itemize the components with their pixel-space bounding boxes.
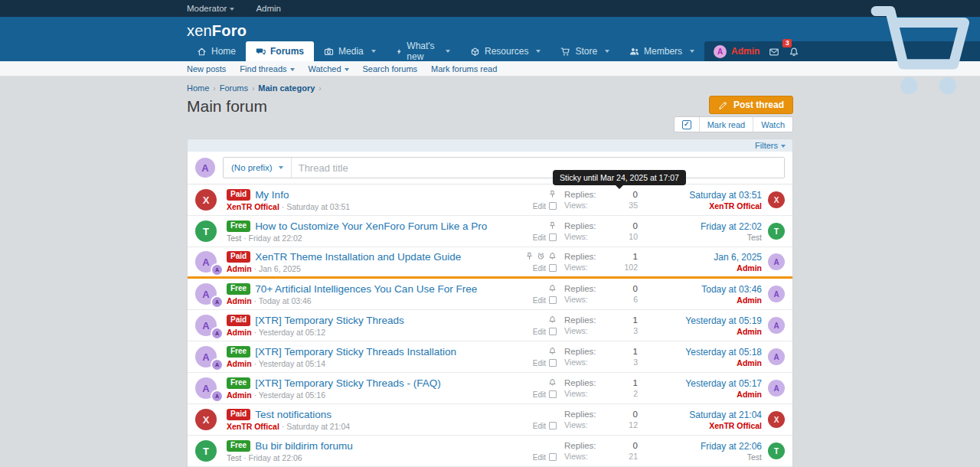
- select-all-checkbox-button[interactable]: ✓: [675, 117, 700, 132]
- last-post-avatar[interactable]: A: [768, 253, 785, 270]
- prefix-badge[interactable]: Paid: [227, 189, 250, 201]
- subnav-item-new-posts[interactable]: New posts: [187, 64, 226, 73]
- breadcrumb-item-forums[interactable]: Forums: [220, 83, 248, 93]
- thread-starter-avatar[interactable]: A A: [195, 283, 220, 305]
- thread-author-link[interactable]: Test: [227, 234, 241, 243]
- last-post-author[interactable]: XenTR Offical: [645, 421, 762, 430]
- edit-checkbox[interactable]: [549, 296, 557, 304]
- subnav-item-watched[interactable]: Watched: [309, 64, 349, 73]
- last-post-avatar[interactable]: A: [768, 348, 785, 365]
- prefix-badge[interactable]: Paid: [227, 409, 250, 420]
- thread-title-link[interactable]: [XTR] Temporary Sticky Threads: [255, 315, 404, 326]
- edit-label[interactable]: Edit: [533, 264, 546, 273]
- thread-date-link[interactable]: Yesterday at 05:16: [259, 390, 325, 400]
- thread-starter-avatar[interactable]: X: [195, 189, 220, 211]
- thread-date-link[interactable]: Saturday at 03:51: [286, 202, 350, 211]
- last-post-avatar[interactable]: T: [768, 443, 785, 459]
- subnav-item-search-forums[interactable]: Search forums: [363, 64, 418, 73]
- thread-title-link[interactable]: My Info: [255, 189, 289, 201]
- thread-date-link[interactable]: Friday at 22:06: [249, 453, 302, 462]
- edit-label[interactable]: Edit: [533, 390, 546, 399]
- cart-button[interactable]: Cart: [808, 0, 980, 109]
- adminbar-item-admin[interactable]: Admin: [256, 4, 281, 13]
- last-post-avatar[interactable]: T: [768, 223, 785, 240]
- prefix-badge[interactable]: Free: [227, 283, 250, 295]
- tab-home[interactable]: Home: [187, 41, 246, 61]
- thread-title-input[interactable]: [292, 158, 784, 178]
- edit-checkbox[interactable]: [549, 202, 557, 210]
- prefix-badge[interactable]: Free: [227, 440, 250, 452]
- thread-date-link[interactable]: Jan 6, 2025: [259, 264, 301, 273]
- thread-author-link[interactable]: XenTR Offical: [227, 202, 279, 211]
- last-post-date-link[interactable]: Today at 03:46: [645, 284, 762, 295]
- last-post-author[interactable]: Admin: [645, 358, 762, 367]
- thread-title-link[interactable]: Bu bir bildirim forumu: [255, 440, 353, 452]
- edit-label[interactable]: Edit: [533, 359, 546, 367]
- tab-forums[interactable]: Forums: [246, 41, 314, 61]
- prefix-badge[interactable]: Free: [227, 220, 250, 232]
- prefix-badge[interactable]: Free: [227, 377, 250, 389]
- thread-starter-avatar[interactable]: A A: [195, 315, 220, 336]
- post-thread-button[interactable]: Post thread: [709, 96, 793, 114]
- thread-starter-avatar[interactable]: A A: [195, 346, 220, 367]
- thread-author-link[interactable]: Admin: [227, 390, 252, 400]
- last-post-date-link[interactable]: Yesterday at 05:19: [645, 315, 762, 326]
- thread-starter-avatar[interactable]: T: [195, 440, 220, 462]
- thread-author-link[interactable]: Admin: [227, 359, 252, 368]
- thread-date-link[interactable]: Today at 03:46: [259, 296, 312, 305]
- tab-what-s-new[interactable]: What's new: [386, 41, 460, 61]
- thread-title-link[interactable]: 70+ Artificial Intelligences You Can Use…: [255, 283, 477, 295]
- conversations-button[interactable]: [769, 44, 779, 58]
- edit-checkbox[interactable]: [549, 422, 557, 429]
- last-post-avatar[interactable]: X: [768, 191, 785, 208]
- thread-author-link[interactable]: Test: [227, 453, 241, 462]
- last-post-avatar[interactable]: A: [768, 380, 785, 397]
- thread-title-link[interactable]: [XTR] Temporary Sticky Threads - (FAQ): [255, 377, 441, 389]
- thread-title-link[interactable]: Test notifications: [255, 409, 332, 420]
- thread-author-link[interactable]: Admin: [227, 264, 252, 273]
- thread-author-link[interactable]: XenTR Offical: [227, 422, 279, 431]
- subnav-item-find-threads[interactable]: Find threads: [240, 64, 294, 73]
- last-post-date-link[interactable]: Yesterday at 05:18: [645, 347, 762, 358]
- last-post-date-link[interactable]: Friday at 22:06: [645, 441, 762, 452]
- last-post-date-link[interactable]: Friday at 22:02: [645, 221, 762, 232]
- last-post-author[interactable]: Admin: [645, 263, 762, 273]
- tab-resources[interactable]: Resources: [460, 41, 550, 61]
- watch-button[interactable]: Watch: [753, 117, 792, 132]
- last-post-author[interactable]: Test: [645, 233, 762, 242]
- last-post-author[interactable]: XenTR Offical: [645, 201, 762, 211]
- last-post-avatar[interactable]: A: [768, 317, 785, 334]
- last-post-date-link[interactable]: Saturday at 21:04: [645, 410, 762, 420]
- thread-title-link[interactable]: How to Customize Your XenForo Forum Like…: [255, 220, 487, 232]
- edit-label[interactable]: Edit: [533, 202, 546, 211]
- account-menu[interactable]: AAdmin: [714, 45, 760, 58]
- last-post-avatar[interactable]: X: [768, 411, 785, 428]
- edit-checkbox[interactable]: [549, 390, 557, 398]
- thread-starter-avatar[interactable]: A A: [195, 251, 220, 273]
- breadcrumb-item-home[interactable]: Home: [187, 83, 209, 93]
- adminbar-item-moderator[interactable]: Moderator: [187, 4, 234, 13]
- thread-starter-avatar[interactable]: A A: [195, 377, 220, 399]
- last-post-author[interactable]: Test: [645, 452, 762, 462]
- edit-checkbox[interactable]: [549, 328, 557, 335]
- edit-label[interactable]: Edit: [533, 422, 546, 430]
- last-post-avatar[interactable]: A: [768, 286, 785, 302]
- avatar[interactable]: A: [195, 158, 215, 178]
- tab-media[interactable]: Media: [314, 41, 386, 61]
- thread-title-link[interactable]: [XTR] Temporary Sticky Threads Installat…: [255, 346, 456, 358]
- prefix-badge[interactable]: Paid: [227, 315, 250, 326]
- prefix-badge[interactable]: Paid: [227, 251, 250, 263]
- last-post-date-link[interactable]: Yesterday at 05:17: [645, 378, 762, 389]
- alerts-button[interactable]: 3: [789, 44, 799, 58]
- edit-checkbox[interactable]: [549, 234, 557, 241]
- breadcrumb-item-main-category[interactable]: Main category: [258, 83, 315, 93]
- tab-store[interactable]: Store: [550, 41, 619, 61]
- last-post-date-link[interactable]: Jan 6, 2025: [645, 252, 762, 263]
- thread-date-link[interactable]: Saturday at 21:04: [286, 422, 350, 431]
- last-post-date-link[interactable]: Saturday at 03:51: [645, 190, 762, 201]
- thread-starter-avatar[interactable]: T: [195, 220, 220, 242]
- thread-author-link[interactable]: Admin: [227, 328, 252, 337]
- subnav-item-mark-forums-read[interactable]: Mark forums read: [431, 64, 497, 73]
- thread-date-link[interactable]: Friday at 22:02: [249, 234, 302, 243]
- edit-label[interactable]: Edit: [533, 296, 546, 305]
